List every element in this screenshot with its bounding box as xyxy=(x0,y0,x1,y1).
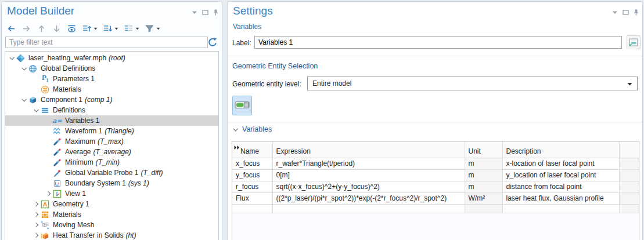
variable-description-cell[interactable]: y_location of laser focal point xyxy=(502,169,619,181)
geometric-entity-level-caption: Geometric entity level: xyxy=(232,80,301,88)
expanded-chevron-icon[interactable] xyxy=(20,98,28,101)
view-icon xyxy=(52,189,62,198)
pin-icon[interactable] xyxy=(213,9,218,16)
active-selection-toggle-button[interactable] xyxy=(232,96,252,115)
expand-tree-button[interactable] xyxy=(82,24,98,33)
tree-item[interactable]: Materials xyxy=(5,84,218,94)
variable-description-cell[interactable]: x-location of laser focal point xyxy=(502,158,619,169)
variable-row: x_focusr_wafer*Triangle(t/period)mx-loca… xyxy=(232,158,639,169)
expanded-chevron-icon[interactable] xyxy=(32,108,40,112)
variable-description-cell[interactable] xyxy=(502,204,619,213)
variable-name-cell[interactable]: r_focus xyxy=(232,181,272,192)
separator xyxy=(228,56,642,56)
tree-item[interactable]: Geometry 1 xyxy=(5,199,218,209)
move-down-button[interactable] xyxy=(52,24,62,33)
forward-arrow-button[interactable] xyxy=(21,24,31,33)
label-input[interactable] xyxy=(254,36,622,49)
geometric-entity-level-value: Entire model xyxy=(312,79,351,88)
variables-section-header[interactable]: Variables xyxy=(232,125,272,133)
show-button[interactable] xyxy=(67,24,77,33)
node-text-button[interactable] xyxy=(124,24,139,33)
float-window-icon[interactable] xyxy=(623,10,629,15)
variable-name-cell[interactable]: Flux xyxy=(232,192,272,204)
variable-description-cell[interactable]: distance from focal point xyxy=(502,181,619,192)
model-builder-panel: Model Builder laser_heating_wafer.mph(ro… xyxy=(1,1,222,240)
variable-unit-cell: m xyxy=(465,169,502,181)
new-variable-row xyxy=(232,204,639,213)
pin-icon[interactable] xyxy=(634,9,639,16)
geometry-icon xyxy=(40,199,50,209)
collapsed-chevron-icon[interactable] xyxy=(32,223,40,227)
expanded-chevron-icon[interactable] xyxy=(8,56,16,60)
collapsed-chevron-icon[interactable] xyxy=(32,202,40,206)
variable-name-cell[interactable]: x_focus xyxy=(232,158,272,169)
materials-global-icon xyxy=(40,85,50,94)
move-up-button[interactable] xyxy=(37,24,46,33)
dropdown-caret-icon[interactable] xyxy=(134,27,139,30)
refresh-icon[interactable] xyxy=(207,37,218,48)
variables-table-header: NameExpressionUnitDescription xyxy=(232,141,639,158)
row-marker-icon xyxy=(234,143,240,151)
back-arrow-button[interactable] xyxy=(6,24,16,33)
tree-filter-input[interactable] xyxy=(5,37,208,48)
tree-item[interactable]: Moving Mesh xyxy=(5,220,218,230)
filter-button[interactable] xyxy=(145,24,160,33)
tree-item[interactable]: Definitions xyxy=(5,105,218,115)
tree-item[interactable]: laser_heating_wafer.mph(root) xyxy=(5,53,218,63)
tree-item[interactable]: Global Definitions xyxy=(5,63,218,74)
label-caption: Label: xyxy=(232,39,251,47)
column-header-expression: Expression xyxy=(272,141,465,158)
tree-item[interactable]: Global Variable Probe 1(T_diff) xyxy=(5,168,218,178)
dropdown-caret-icon[interactable] xyxy=(113,27,118,30)
dropdown-caret-icon[interactable] xyxy=(154,27,160,30)
global-definitions-icon xyxy=(28,64,38,73)
panel-menu-icon[interactable] xyxy=(612,10,618,14)
variable-unit-cell: W/m² xyxy=(465,192,502,204)
variable-description-cell[interactable]: laser heat flux, Gaussian profile xyxy=(502,192,619,204)
tree-item[interactable]: Average(T_average) xyxy=(5,147,218,157)
panel-menu-icon[interactable] xyxy=(192,10,197,14)
variable-expression-cell[interactable]: ((2*p_laser)/(pi*r_spot^2))*exp(-(2*r_fo… xyxy=(272,192,465,204)
moving-mesh-icon xyxy=(40,220,50,230)
chevron-down-icon xyxy=(627,79,632,88)
waveform-icon xyxy=(52,126,62,136)
collapse-tree-button[interactable] xyxy=(103,24,118,33)
variable-expression-cell[interactable] xyxy=(272,204,465,213)
tree-item[interactable]: Boundary System 1(sys 1) xyxy=(5,178,218,188)
column-header-unit: Unit xyxy=(465,141,502,158)
variable-name-cell[interactable]: y_focus xyxy=(232,169,272,181)
float-window-icon[interactable] xyxy=(202,10,208,15)
settings-window-buttons xyxy=(612,9,639,16)
variable-unit-cell: m xyxy=(465,158,502,169)
dropdown-caret-icon[interactable] xyxy=(92,27,98,30)
probe-icon xyxy=(52,137,62,146)
tree-item[interactable]: Waveform 1(Triangle) xyxy=(5,126,218,136)
tree-item[interactable]: View 1 xyxy=(5,188,218,199)
rename-label-button[interactable] xyxy=(627,35,641,49)
tree-item[interactable]: Heat Transfer in Solids(ht) xyxy=(5,230,218,240)
variable-expression-cell[interactable]: sqrt((x-x_focus)^2+(y-y_focus)^2) xyxy=(272,181,465,192)
tree-item[interactable]: Materials xyxy=(5,209,218,220)
collapsed-chevron-icon[interactable] xyxy=(44,192,52,195)
tree-item[interactable]: a=Variables 1 xyxy=(5,115,218,126)
variable-name-cell[interactable] xyxy=(232,204,272,213)
collapsed-chevron-icon[interactable] xyxy=(32,234,40,237)
model-builder-tree: laser_heating_wafer.mph(root)Global Defi… xyxy=(5,51,219,240)
tree-item[interactable]: Component 1(comp 1) xyxy=(5,94,218,105)
tree-item[interactable]: Minimum(T_min) xyxy=(5,157,218,168)
tree-item[interactable]: PiParameters 1 xyxy=(5,74,218,84)
variable-row: Flux((2*p_laser)/(pi*r_spot^2))*exp(-(2*… xyxy=(232,192,639,204)
model-builder-title: Model Builder xyxy=(7,5,74,17)
collapsed-chevron-icon[interactable] xyxy=(32,213,40,216)
collapse-chevron-icon[interactable] xyxy=(232,128,238,131)
settings-panel: Settings Variables Label: Geometric Enti… xyxy=(227,1,643,240)
column-header-description: Description xyxy=(502,141,619,158)
variable-expression-cell[interactable]: r_wafer*Triangle(t/period) xyxy=(272,158,465,169)
expanded-chevron-icon[interactable] xyxy=(20,67,28,70)
geometric-entity-level-select[interactable]: Entire model xyxy=(307,77,638,90)
tree-item[interactable]: Maximum(T_max) xyxy=(5,136,218,147)
model-root-icon xyxy=(16,53,26,63)
settings-title: Settings xyxy=(233,5,273,17)
variable-expression-cell[interactable]: 0[m] xyxy=(272,169,465,181)
materials-component-icon xyxy=(40,210,50,219)
